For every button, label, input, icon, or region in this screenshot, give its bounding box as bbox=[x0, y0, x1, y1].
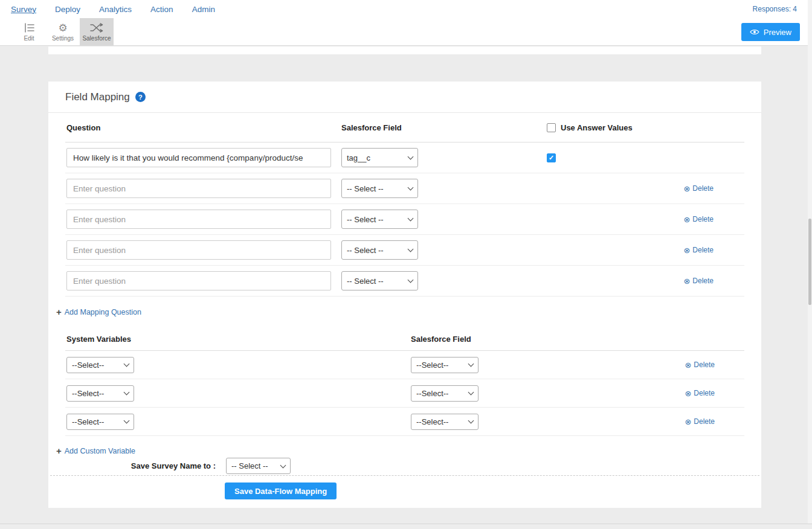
mapping-row-2: -- Select -- ⊗ Delete bbox=[65, 173, 744, 204]
salesforce-field-select-3[interactable]: -- Select -- bbox=[341, 210, 418, 229]
question-input-3[interactable] bbox=[66, 210, 331, 229]
nav-item-survey[interactable]: Survey bbox=[11, 5, 36, 14]
add-mapping-question-link[interactable]: + Add Mapping Question bbox=[48, 297, 761, 328]
use-answer-values-label: Use Answer Values bbox=[561, 123, 633, 132]
delete-mapping-row-3-link[interactable]: ⊗ Delete bbox=[683, 215, 714, 223]
save-button-row: Save Data-Flow Mapping bbox=[48, 476, 761, 508]
delete-circle-icon: ⊗ bbox=[683, 246, 690, 254]
delete-label: Delete bbox=[694, 417, 715, 426]
top-navigation: Survey Deploy Analytics Action Admin Res… bbox=[0, 0, 812, 18]
save-data-flow-mapping-button[interactable]: Save Data-Flow Mapping bbox=[225, 483, 337, 499]
system-variable-select-3[interactable]: --Select-- bbox=[66, 414, 134, 430]
field-mapping-table: Question Salesforce Field Use Answer Val… bbox=[65, 113, 744, 297]
sv-salesforce-field-select-2[interactable]: --Select-- bbox=[411, 385, 478, 402]
delete-circle-icon: ⊗ bbox=[685, 418, 691, 426]
eye-icon bbox=[750, 28, 759, 36]
plus-icon: + bbox=[56, 307, 62, 316]
field-mapping-panel: Field Mapping ? Question Salesforce Fiel… bbox=[48, 82, 761, 508]
delete-label: Delete bbox=[692, 184, 714, 193]
salesforce-field-select-5[interactable]: -- Select -- bbox=[341, 271, 418, 290]
question-input-2[interactable] bbox=[66, 179, 331, 198]
salesforce-tool-button[interactable]: Salesforce bbox=[80, 18, 114, 45]
vertical-scrollbar-track[interactable] bbox=[808, 0, 812, 524]
question-input-5[interactable] bbox=[66, 271, 331, 290]
sv-salesforce-field-select-1[interactable]: --Select-- bbox=[411, 357, 478, 373]
delete-circle-icon: ⊗ bbox=[683, 216, 690, 223]
salesforce-field-select-2[interactable]: -- Select -- bbox=[341, 179, 418, 198]
mapping-row-1: tag__c ✓ bbox=[65, 143, 744, 173]
gear-icon: ⚙ bbox=[58, 22, 67, 34]
plus-icon: + bbox=[56, 446, 62, 455]
horizontal-scrollbar-track[interactable] bbox=[0, 524, 812, 529]
use-answer-values-header-checkbox[interactable] bbox=[547, 123, 556, 132]
system-variable-row-2: --Select-- --Select-- ⊗ Delete bbox=[65, 379, 744, 408]
delete-system-variable-1-link[interactable]: ⊗ Delete bbox=[685, 361, 715, 369]
responses-count: Responses: 4 bbox=[753, 5, 797, 13]
edit-list-icon bbox=[23, 22, 35, 34]
previous-section-remnant bbox=[48, 46, 761, 54]
delete-label: Delete bbox=[694, 361, 715, 369]
panel-title: Field Mapping bbox=[65, 91, 130, 103]
system-variables-header-row: System Variables Salesforce Field bbox=[65, 328, 744, 351]
edit-tool-button[interactable]: Edit bbox=[12, 18, 46, 45]
edit-tool-label: Edit bbox=[24, 35, 34, 42]
delete-label: Delete bbox=[692, 277, 714, 285]
sv-salesforce-field-column-header: Salesforce Field bbox=[410, 335, 744, 344]
system-variables-column-header: System Variables bbox=[65, 335, 410, 344]
save-survey-name-select[interactable]: -- Select -- bbox=[226, 458, 291, 474]
delete-system-variable-2-link[interactable]: ⊗ Delete bbox=[685, 389, 715, 397]
nav-item-admin[interactable]: Admin bbox=[192, 5, 215, 14]
delete-circle-icon: ⊗ bbox=[685, 390, 691, 397]
question-input-4[interactable] bbox=[66, 240, 331, 260]
vertical-scrollbar-thumb[interactable] bbox=[808, 219, 811, 305]
system-variables-table: System Variables Salesforce Field --Sele… bbox=[65, 328, 744, 436]
add-custom-variable-link[interactable]: + Add Custom Variable bbox=[48, 436, 761, 458]
settings-tool-label: Settings bbox=[52, 35, 74, 42]
sv-salesforce-field-select-3[interactable]: --Select-- bbox=[411, 414, 478, 430]
toolbar: Edit ⚙ Settings Salesforce Preview bbox=[0, 18, 812, 46]
preview-button[interactable]: Preview bbox=[741, 23, 800, 41]
preview-button-label: Preview bbox=[764, 28, 791, 37]
delete-circle-icon: ⊗ bbox=[683, 277, 690, 285]
salesforce-field-select-1[interactable]: tag__c bbox=[341, 148, 418, 167]
salesforce-flow-icon bbox=[90, 22, 103, 34]
nav-item-deploy[interactable]: Deploy bbox=[55, 5, 80, 14]
question-input-1[interactable] bbox=[66, 148, 331, 167]
nav-item-action[interactable]: Action bbox=[150, 5, 173, 14]
salesforce-field-column-header: Salesforce Field bbox=[340, 123, 546, 132]
save-survey-name-row: Save Survey Name to : -- Select -- bbox=[48, 458, 761, 474]
system-variable-row-3: --Select-- --Select-- ⊗ Delete bbox=[65, 408, 744, 436]
system-variable-row-1: --Select-- --Select-- ⊗ Delete bbox=[65, 351, 744, 379]
delete-circle-icon: ⊗ bbox=[685, 361, 691, 369]
delete-label: Delete bbox=[692, 215, 714, 223]
panel-header: Field Mapping ? bbox=[48, 82, 761, 113]
delete-mapping-row-5-link[interactable]: ⊗ Delete bbox=[683, 277, 714, 285]
system-variable-select-1[interactable]: --Select-- bbox=[66, 357, 134, 373]
add-custom-variable-label: Add Custom Variable bbox=[65, 447, 135, 455]
help-icon[interactable]: ? bbox=[135, 92, 146, 102]
mapping-row-3: -- Select -- ⊗ Delete bbox=[65, 204, 744, 235]
delete-label: Delete bbox=[694, 389, 715, 397]
delete-label: Delete bbox=[692, 246, 714, 254]
use-answer-values-checkbox-1[interactable]: ✓ bbox=[547, 153, 556, 162]
mapping-row-4: -- Select -- ⊗ Delete bbox=[65, 235, 744, 266]
system-variable-select-2[interactable]: --Select-- bbox=[66, 385, 134, 402]
question-column-header: Question bbox=[65, 123, 340, 132]
add-mapping-question-label: Add Mapping Question bbox=[65, 308, 141, 316]
nav-item-analytics[interactable]: Analytics bbox=[99, 5, 132, 14]
field-mapping-header-row: Question Salesforce Field Use Answer Val… bbox=[65, 113, 744, 143]
save-survey-name-label: Save Survey Name to : bbox=[48, 461, 226, 470]
delete-system-variable-3-link[interactable]: ⊗ Delete bbox=[685, 417, 715, 426]
delete-mapping-row-4-link[interactable]: ⊗ Delete bbox=[683, 246, 714, 254]
settings-tool-button[interactable]: ⚙ Settings bbox=[46, 18, 80, 45]
salesforce-field-select-4[interactable]: -- Select -- bbox=[341, 240, 418, 260]
salesforce-tool-label: Salesforce bbox=[82, 35, 111, 42]
mapping-row-5: -- Select -- ⊗ Delete bbox=[65, 266, 744, 297]
delete-mapping-row-2-link[interactable]: ⊗ Delete bbox=[683, 184, 714, 193]
delete-circle-icon: ⊗ bbox=[683, 185, 690, 193]
